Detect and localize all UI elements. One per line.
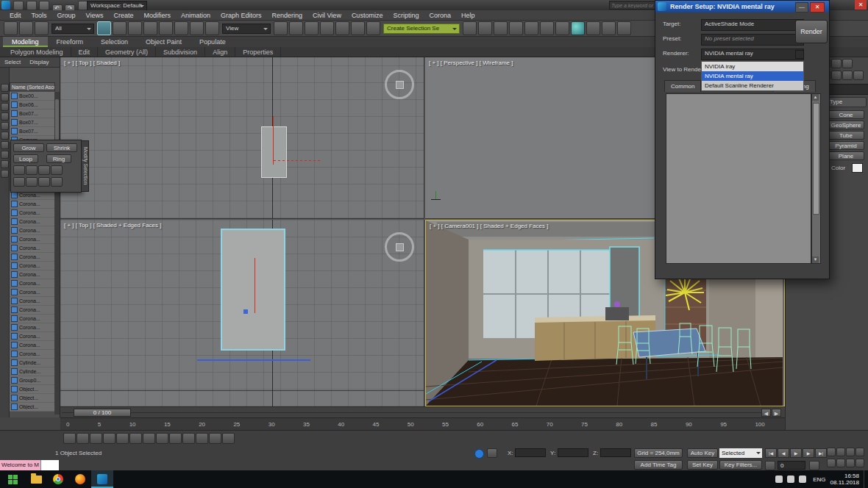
loop-button[interactable]: Loop xyxy=(13,154,38,163)
filter-cameras-icon[interactable] xyxy=(1,132,9,140)
space-warps-icon[interactable] xyxy=(842,71,853,80)
menu-item[interactable]: Corona xyxy=(424,10,456,21)
zoom-icon[interactable] xyxy=(827,448,836,456)
selected-box-object[interactable] xyxy=(221,229,285,351)
systems-icon[interactable] xyxy=(853,71,864,80)
scene-object-row[interactable]: Corona... xyxy=(10,218,55,226)
time-slider-track[interactable] xyxy=(62,412,762,413)
select-and-scale-icon[interactable] xyxy=(190,21,204,35)
new-scene-icon[interactable] xyxy=(13,1,24,10)
select-by-name-icon[interactable] xyxy=(113,21,127,35)
helpers-icon[interactable] xyxy=(831,71,842,80)
selection-set-combo[interactable]: Selected xyxy=(719,448,762,458)
keyboard-shortcut-override-icon[interactable] xyxy=(305,21,319,35)
menu-item[interactable]: Edit xyxy=(4,10,26,21)
spinner-snap-icon[interactable] xyxy=(169,433,182,444)
scene-object-row[interactable]: Corona... xyxy=(10,323,55,332)
snaps-toggle-icon[interactable] xyxy=(320,21,334,35)
rollout-scrollbar[interactable]: ▲ ▼ xyxy=(811,93,821,264)
filter-geometry-icon[interactable] xyxy=(1,103,9,111)
scene-object-row[interactable]: Corona... xyxy=(10,209,55,218)
time-configuration-icon[interactable] xyxy=(809,461,819,470)
time-slider-handle[interactable]: 0 / 100 xyxy=(74,409,131,417)
scene-object-row[interactable]: Corona... xyxy=(10,288,55,297)
display-tab-icon[interactable] xyxy=(831,59,842,68)
open-file-icon[interactable] xyxy=(26,1,37,10)
menu-item[interactable]: Group xyxy=(52,10,81,21)
zoom-all-icon[interactable] xyxy=(836,448,845,456)
ribbon-tab[interactable]: Selection xyxy=(92,37,137,47)
unlink-selection-icon[interactable] xyxy=(19,21,33,35)
maxscript-mini-listener[interactable]: Welcome to M xyxy=(0,460,40,470)
loop-mode-icon[interactable] xyxy=(13,165,25,175)
clock[interactable]: 16:58 08.11.2018 xyxy=(830,473,859,486)
add-time-tag-button[interactable]: Add Time Tag xyxy=(634,460,683,470)
named-selection-set-dropdown[interactable]: Create Selection Se xyxy=(383,24,460,34)
scene-object-row[interactable]: Corona... xyxy=(10,306,55,315)
menu-item[interactable]: Views xyxy=(81,10,109,21)
material-editor-icon[interactable] xyxy=(571,21,585,35)
menu-item[interactable]: Animation xyxy=(176,10,216,21)
edit-keys-icon[interactable] xyxy=(182,433,195,444)
select-and-place-icon[interactable] xyxy=(205,21,219,35)
dot-loop-icon[interactable] xyxy=(13,177,25,187)
key-mode-toggle-icon[interactable] xyxy=(765,461,775,470)
primitive-button[interactable]: Tube xyxy=(828,131,864,140)
select-and-move-icon[interactable] xyxy=(159,21,173,35)
utilities-tab-icon[interactable] xyxy=(842,59,853,68)
scene-object-row[interactable]: Group0... xyxy=(10,376,55,385)
renderer-dropdown[interactable]: NVIDIA mental ray xyxy=(701,49,804,60)
orbit-icon[interactable] xyxy=(846,459,855,467)
filter-shapes-icon[interactable] xyxy=(1,112,9,121)
axis-x-icon[interactable] xyxy=(77,433,89,444)
scroll-thumb[interactable] xyxy=(813,103,819,215)
set-key-button[interactable]: Set Key xyxy=(687,460,718,470)
help-icon[interactable] xyxy=(474,449,484,459)
x-coordinate-field[interactable] xyxy=(515,448,546,457)
menu-item[interactable]: Scripting xyxy=(388,10,424,21)
ribbon-tab[interactable]: Object Paint xyxy=(137,37,191,47)
axis-z-icon[interactable] xyxy=(103,433,115,444)
menu-item[interactable]: Rendering xyxy=(267,10,308,21)
maximize-viewport-icon[interactable] xyxy=(855,459,864,467)
menu-item[interactable]: Modifiers xyxy=(138,10,176,21)
scene-object-row[interactable]: Corona... xyxy=(10,253,55,262)
percent-snap-icon[interactable] xyxy=(351,21,365,35)
dialog-minimize-button[interactable]: — xyxy=(795,2,808,12)
selection-filter-dropdown[interactable]: All xyxy=(51,24,94,34)
viewport-label[interactable]: [ + ] [ Perspective ] [ Wireframe ] xyxy=(429,60,513,66)
scene-object-row[interactable]: Box07... xyxy=(10,118,55,127)
scene-object-row[interactable]: Corona... xyxy=(10,262,55,270)
find-icon[interactable] xyxy=(1,84,9,92)
scroll-down-icon[interactable]: ▼ xyxy=(812,256,819,263)
select-and-rotate-icon[interactable] xyxy=(174,21,188,35)
menu-item[interactable]: Tools xyxy=(26,10,52,21)
zoom-extents-icon[interactable] xyxy=(846,448,855,456)
ribbon-toggle-icon[interactable] xyxy=(524,21,538,35)
renderer-option[interactable]: NVIDIA mental ray xyxy=(702,71,803,81)
3dsmax-logo-icon[interactable] xyxy=(1,1,10,10)
scene-object-row[interactable]: Object... xyxy=(10,385,55,394)
scene-object-row[interactable]: Corona... xyxy=(10,279,55,288)
tray-icon-3[interactable] xyxy=(799,476,806,483)
taskbar-chrome[interactable] xyxy=(47,470,69,488)
zoom-region-icon[interactable] xyxy=(827,459,836,467)
ribbon-tab[interactable]: Modeling xyxy=(3,37,48,47)
scene-object-row[interactable]: Box00... xyxy=(10,92,55,101)
viewport-label[interactable]: [ + ] [ Camera001 ] [ Shaded + Edged Fac… xyxy=(430,223,548,229)
isolate-selection-icon[interactable] xyxy=(222,433,235,444)
go-to-end-button[interactable]: ▶| xyxy=(815,448,827,458)
viewport-label[interactable]: [ + ] [ Top ] [ Shaded + Edged Faces ] xyxy=(64,222,161,229)
scene-object-row[interactable]: Corona... xyxy=(10,244,55,253)
ribbon-section[interactable]: Edit xyxy=(71,47,99,57)
scene-object-row[interactable]: Corona... xyxy=(10,270,55,279)
selected-box-object[interactable] xyxy=(261,126,287,178)
rollout-area[interactable] xyxy=(666,93,811,264)
preset-dropdown[interactable]: No preset selected xyxy=(701,34,804,46)
taskbar-3dsmax[interactable] xyxy=(91,470,113,488)
renderer-lock-checkbox[interactable] xyxy=(795,50,804,59)
filter-helpers-icon[interactable] xyxy=(1,141,9,149)
spinner-snap-icon[interactable] xyxy=(366,21,380,35)
angle-snap-icon[interactable] xyxy=(143,433,155,444)
filter-lights-icon[interactable] xyxy=(1,122,9,130)
